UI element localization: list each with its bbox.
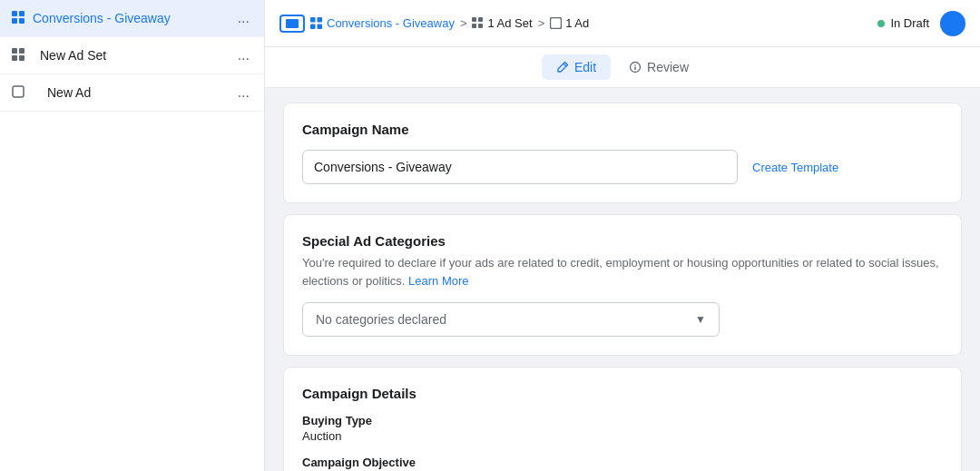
campaign-objective-label: Campaign Objective bbox=[302, 456, 943, 469]
status-text: In Draft bbox=[890, 16, 929, 30]
sidebar-campaign-more[interactable]: ... bbox=[234, 9, 253, 27]
svg-rect-13 bbox=[472, 17, 476, 22]
status-dot-icon bbox=[877, 20, 885, 27]
breadcrumb: Conversions - Giveaway > 1 Ad Set > 1 Ad bbox=[279, 15, 589, 33]
breadcrumb-campaign-link[interactable]: Conversions - Giveaway bbox=[310, 16, 455, 30]
breadcrumb-sep2: > bbox=[538, 16, 545, 30]
campaign-details-title: Campaign Details bbox=[302, 386, 943, 401]
sidebar-item-ad[interactable]: New Ad ... bbox=[0, 74, 264, 112]
edit-icon bbox=[556, 61, 569, 74]
svg-rect-7 bbox=[19, 55, 24, 61]
svg-rect-5 bbox=[19, 48, 24, 54]
campaign-icon bbox=[11, 10, 25, 27]
buying-type-value: Auction bbox=[302, 429, 943, 443]
categories-dropdown-value: No categories declared bbox=[316, 312, 446, 327]
content-area: Campaign Name Create Template Special Ad… bbox=[265, 88, 980, 471]
topbar: Conversions - Giveaway > 1 Ad Set > 1 Ad bbox=[265, 0, 980, 47]
breadcrumb-campaign-text: Conversions - Giveaway bbox=[327, 16, 455, 30]
special-ad-desc: You're required to declare if your ads a… bbox=[302, 254, 943, 289]
campaign-name-input[interactable] bbox=[302, 150, 738, 184]
svg-rect-9 bbox=[310, 17, 316, 23]
svg-rect-8 bbox=[13, 86, 24, 97]
tab-review-label: Review bbox=[647, 60, 689, 74]
learn-more-link[interactable]: Learn More bbox=[408, 274, 468, 288]
review-icon bbox=[629, 61, 642, 74]
svg-rect-10 bbox=[318, 17, 323, 23]
sidebar-ad-more[interactable]: ... bbox=[234, 83, 253, 102]
special-ad-title: Special Ad Categories bbox=[302, 233, 943, 249]
buying-type-label: Buying Type bbox=[302, 414, 943, 427]
svg-point-19 bbox=[634, 64, 636, 66]
svg-rect-6 bbox=[12, 55, 17, 61]
breadcrumb-ad[interactable]: 1 Ad bbox=[550, 16, 589, 30]
sidebar-ad-label: New Ad bbox=[33, 85, 234, 100]
breadcrumb-adset-text: 1 Ad Set bbox=[487, 16, 532, 30]
campaign-objective-row: Campaign Objective Conversions bbox=[302, 456, 943, 471]
svg-rect-16 bbox=[478, 24, 483, 28]
categories-dropdown[interactable]: No categories declared ▼ bbox=[302, 302, 720, 337]
svg-rect-3 bbox=[19, 18, 24, 24]
sidebar-item-campaign[interactable]: Conversions - Giveaway ... bbox=[0, 0, 264, 37]
svg-rect-20 bbox=[634, 67, 636, 71]
dropdown-arrow-icon: ▼ bbox=[695, 313, 706, 326]
tab-edit[interactable]: Edit bbox=[542, 54, 611, 80]
sidebar-item-adset[interactable]: New Ad Set ... bbox=[0, 37, 264, 74]
buying-type-row: Buying Type Auction bbox=[302, 414, 943, 443]
campaign-name-title: Campaign Name bbox=[302, 122, 943, 137]
topbar-right: In Draft bbox=[877, 11, 965, 36]
svg-rect-14 bbox=[478, 17, 483, 22]
tab-review[interactable]: Review bbox=[614, 54, 703, 80]
campaign-name-input-row: Create Template bbox=[302, 150, 943, 184]
special-ad-card: Special Ad Categories You're required to… bbox=[283, 214, 962, 356]
svg-rect-1 bbox=[19, 11, 24, 16]
ad-icon bbox=[11, 84, 25, 102]
svg-rect-15 bbox=[472, 24, 476, 28]
toggle-icon bbox=[286, 19, 299, 28]
breadcrumb-sep1: > bbox=[460, 16, 467, 30]
campaign-details-card: Campaign Details Buying Type Auction Cam… bbox=[283, 367, 962, 471]
breadcrumb-ad-text: 1 Ad bbox=[565, 16, 589, 30]
svg-rect-11 bbox=[310, 24, 316, 29]
status-badge: In Draft bbox=[877, 16, 929, 30]
svg-rect-12 bbox=[318, 24, 323, 29]
action-tabs: Edit Review bbox=[265, 47, 980, 88]
sidebar: Conversions - Giveaway ... New Ad Set ..… bbox=[0, 0, 265, 471]
campaign-name-card: Campaign Name Create Template bbox=[283, 103, 962, 203]
create-template-link[interactable]: Create Template bbox=[752, 161, 838, 174]
svg-rect-4 bbox=[12, 48, 17, 54]
sidebar-adset-label: New Ad Set bbox=[33, 48, 234, 63]
svg-rect-17 bbox=[551, 18, 562, 29]
campaign-breadcrumb-icon bbox=[310, 17, 323, 30]
breadcrumb-adset[interactable]: 1 Ad Set bbox=[472, 16, 532, 30]
main-content: Conversions - Giveaway > 1 Ad Set > 1 Ad bbox=[265, 0, 980, 471]
sidebar-adset-more[interactable]: ... bbox=[234, 46, 253, 64]
ad-breadcrumb-icon bbox=[550, 17, 562, 29]
sidebar-toggle-button[interactable] bbox=[279, 15, 305, 33]
avatar[interactable] bbox=[940, 11, 965, 36]
adset-icon bbox=[11, 47, 25, 64]
svg-rect-0 bbox=[12, 11, 17, 16]
svg-rect-2 bbox=[12, 18, 17, 24]
adset-breadcrumb-icon bbox=[472, 17, 484, 29]
tab-edit-label: Edit bbox=[574, 60, 596, 74]
sidebar-campaign-label: Conversions - Giveaway bbox=[33, 11, 234, 25]
